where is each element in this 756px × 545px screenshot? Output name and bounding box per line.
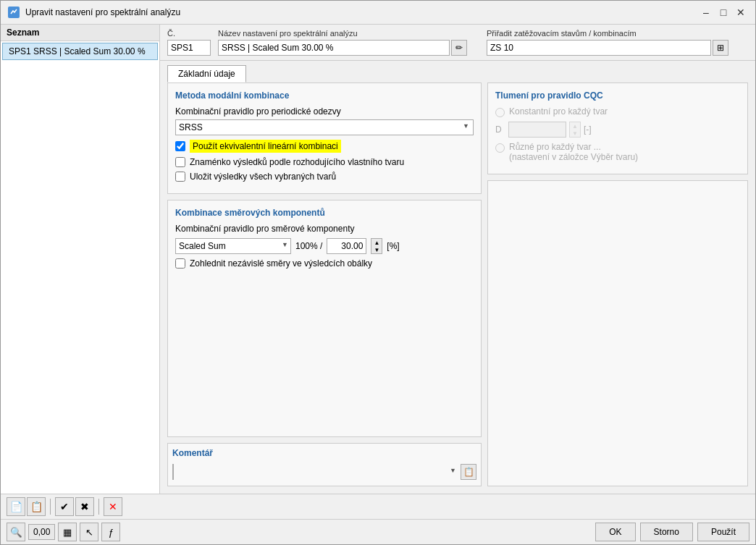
checkbox-linear-combo: Použít ekvivalentní lineární kombinaci bbox=[175, 140, 474, 153]
new-button[interactable]: 📄 bbox=[7, 497, 25, 516]
checkbox-linear-combo-label: Použít ekvivalentní lineární kombinaci bbox=[190, 140, 341, 153]
left-panel: Metoda modální kombinace Kombinační prav… bbox=[167, 83, 482, 486]
spin-up-button[interactable]: ▲ bbox=[371, 239, 382, 246]
d-spin-down: ▼ bbox=[570, 130, 580, 137]
spin-buttons: ▲ ▼ bbox=[371, 238, 382, 254]
name-label: Název nastavení pro spektrální analýzu bbox=[218, 29, 472, 38]
right-lower-placeholder bbox=[487, 180, 748, 486]
bottom-toolbar: 📄 📋 ✔ ✖ ✕ bbox=[1, 494, 755, 519]
section-tabs: Základní údaje bbox=[160, 61, 755, 83]
ok-button[interactable]: OK bbox=[595, 523, 635, 541]
maximize-button[interactable]: □ bbox=[716, 5, 731, 20]
unit-label: [%] bbox=[387, 241, 399, 251]
checkbox-independent-label: Zohlednit nezávislé směry ve výsledcích … bbox=[190, 258, 372, 269]
sidebar-header: Seznam bbox=[1, 25, 159, 41]
sidebar-item-sps1[interactable]: SPS1 SRSS | Scaled Sum 30.00 % bbox=[2, 43, 158, 60]
cqc-title: Tlumení pro pravidlo CQC bbox=[495, 90, 740, 101]
dialog-buttons: OK Storno Použít bbox=[595, 523, 749, 541]
cursor-icon-btn[interactable]: ↖ bbox=[80, 523, 98, 541]
app-icon bbox=[8, 7, 20, 18]
pouzit-button[interactable]: Použít bbox=[697, 523, 749, 541]
d-spin-buttons: ▲ ▼ bbox=[569, 122, 581, 138]
combination-rule-label: Kombinační pravidlo pro periodické odezv… bbox=[175, 106, 474, 117]
checkbox-sign-input[interactable] bbox=[175, 157, 185, 167]
assign-input[interactable] bbox=[487, 40, 711, 56]
reject-button[interactable]: ✖ bbox=[75, 497, 94, 516]
assign-input-group: ⊞ bbox=[487, 40, 741, 56]
radio-constant-input[interactable] bbox=[495, 108, 505, 117]
panels: Metoda modální kombinace Kombinační prav… bbox=[160, 83, 755, 494]
directional-title: Kombinace směrových komponentů bbox=[175, 208, 474, 218]
assign-label: Přiřadit zatěžovacím stavům / kombinacím bbox=[487, 29, 741, 38]
checkbox-independent: Zohlednit nezávislé směry ve výsledcích … bbox=[175, 258, 474, 269]
scaled-row: Scaled Sum SRSS ABS 100% / ▲ ▼ bbox=[175, 238, 474, 254]
copy-button[interactable]: 📋 bbox=[27, 497, 46, 516]
assign-action-button[interactable]: ⊞ bbox=[713, 40, 728, 56]
storno-button[interactable]: Storno bbox=[640, 523, 693, 541]
percent-value-input[interactable] bbox=[327, 238, 366, 254]
main-window: Upravit nastavení pro spektrální analýzu… bbox=[0, 0, 756, 545]
directional-panel: Kombinace směrových komponentů Kombinačn… bbox=[167, 200, 482, 437]
radio-various-input[interactable] bbox=[495, 143, 505, 153]
delete-button[interactable]: ✕ bbox=[104, 497, 122, 516]
toolbar-separator-2 bbox=[98, 499, 99, 515]
sidebar: Seznam SPS1 SRSS | Scaled Sum 30.00 % bbox=[1, 25, 160, 494]
search-icon-btn[interactable]: 🔍 bbox=[7, 523, 25, 541]
grid-icon-btn[interactable]: ▦ bbox=[58, 523, 77, 541]
modal-combination-panel: Metoda modální kombinace Kombinační prav… bbox=[167, 83, 482, 194]
status-bar: 🔍 0,00 ▦ ↖ ƒ OK Storno Použít bbox=[1, 519, 755, 544]
toolbar-separator-1 bbox=[50, 499, 51, 515]
name-edit-button[interactable]: ✏ bbox=[451, 40, 467, 56]
comment-box: Komentář 📋 bbox=[167, 443, 482, 486]
d-label: D bbox=[495, 124, 505, 135]
radio-various: Různé pro každý tvar ... (nastavení v zá… bbox=[495, 142, 740, 162]
checkbox-save-all-input[interactable] bbox=[175, 172, 185, 182]
radio-constant: Konstantní pro každý tvar bbox=[495, 106, 740, 117]
name-group: Název nastavení pro spektrální analýzu ✏ bbox=[218, 29, 472, 56]
window-title: Upravit nastavení pro spektrální analýzu bbox=[25, 7, 180, 17]
d-spin-up: ▲ bbox=[570, 122, 580, 130]
function-icon-btn[interactable]: ƒ bbox=[101, 523, 120, 541]
name-input-group: ✏ bbox=[218, 40, 472, 56]
number-input[interactable] bbox=[167, 40, 211, 56]
assign-group: Přiřadit zatěžovacím stavům / kombinacím… bbox=[487, 29, 741, 56]
comment-edit-button[interactable]: 📋 bbox=[461, 464, 476, 480]
d-value-input bbox=[508, 122, 566, 138]
title-bar: Upravit nastavení pro spektrální analýzu… bbox=[1, 1, 755, 25]
modal-combination-title: Metoda modální kombinace bbox=[175, 90, 474, 101]
combination-select-wrapper: SRSS CQC Ten Percent Double Sum bbox=[175, 119, 474, 135]
checkbox-sign: Znaménko výsledků podle rozhodujícího vl… bbox=[175, 157, 474, 167]
checkbox-save-all: Uložit výsledky všech vybraných tvarů bbox=[175, 172, 474, 182]
checkbox-linear-combo-input[interactable] bbox=[175, 141, 185, 151]
directional-select[interactable]: Scaled Sum SRSS ABS bbox=[175, 238, 291, 254]
spin-down-button[interactable]: ▼ bbox=[371, 246, 382, 253]
checkbox-independent-input[interactable] bbox=[175, 258, 185, 269]
title-bar-left: Upravit nastavení pro spektrální analýzu bbox=[8, 7, 180, 18]
comment-select-wrapper bbox=[172, 464, 459, 480]
comment-input-row: 📋 bbox=[172, 464, 476, 480]
tab-basic[interactable]: Základní údaje bbox=[167, 65, 246, 83]
radio-various-label: Různé pro každý tvar ... bbox=[509, 142, 638, 152]
radio-various-sub: (nastavení v záložce Výběr tvaru) bbox=[509, 152, 638, 162]
title-controls: – □ ✕ bbox=[699, 5, 748, 20]
directional-select-wrapper: Scaled Sum SRSS ABS bbox=[175, 238, 291, 254]
top-form: Č. Název nastavení pro spektrální analýz… bbox=[160, 25, 755, 61]
radio-various-label-group: Různé pro každý tvar ... (nastavení v zá… bbox=[509, 142, 638, 162]
value-display: 0,00 bbox=[28, 524, 55, 540]
cqc-panel: Tlumení pro pravidlo CQC Konstantní pro … bbox=[487, 83, 748, 174]
minimize-button[interactable]: – bbox=[699, 5, 713, 20]
close-button[interactable]: ✕ bbox=[734, 5, 748, 20]
percent-label: 100% / bbox=[295, 241, 322, 251]
checkbox-save-all-label: Uložit výsledky všech vybraných tvarů bbox=[190, 172, 336, 182]
combination-select[interactable]: SRSS CQC Ten Percent Double Sum bbox=[175, 119, 474, 135]
d-input-row: D ▲ ▼ [-] bbox=[495, 122, 740, 138]
checkbox-sign-label: Znaménko výsledků podle rozhodujícího vl… bbox=[190, 157, 404, 167]
comment-title: Komentář bbox=[172, 448, 476, 458]
d-unit: [-] bbox=[584, 124, 592, 135]
confirm-button[interactable]: ✔ bbox=[55, 497, 74, 516]
name-input[interactable] bbox=[218, 40, 450, 56]
number-group: Č. bbox=[167, 29, 211, 56]
main-content: Seznam SPS1 SRSS | Scaled Sum 30.00 % Č.… bbox=[1, 25, 755, 494]
right-panel: Tlumení pro pravidlo CQC Konstantní pro … bbox=[487, 83, 748, 486]
comment-select[interactable] bbox=[172, 464, 174, 480]
